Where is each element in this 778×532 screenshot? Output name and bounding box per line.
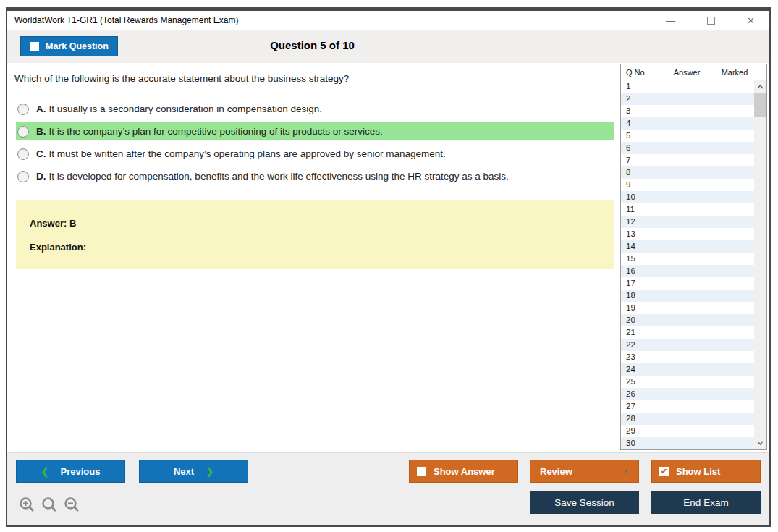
radio-button-icon[interactable] <box>17 171 29 182</box>
scroll-down-icon[interactable] <box>754 436 766 449</box>
zoom-controls <box>19 497 80 513</box>
window-title: WorldatWork T1-GR1 (Total Rewards Manage… <box>7 15 238 25</box>
show-list-button[interactable]: ✔ Show List <box>651 460 761 483</box>
option-letter: D. <box>36 171 46 182</box>
end-exam-button[interactable]: End Exam <box>651 491 761 514</box>
zoom-out-icon[interactable] <box>64 497 80 513</box>
maximize-icon[interactable] <box>707 17 715 25</box>
review-label: Review <box>540 466 572 477</box>
title-bar: WorldatWork T1-GR1 (Total Rewards Manage… <box>7 11 769 30</box>
option-text: It must be written after the company’s o… <box>49 148 446 159</box>
question-list-row[interactable]: 22 <box>621 339 754 351</box>
app-window: WorldatWork T1-GR1 (Total Rewards Manage… <box>6 7 771 527</box>
previous-label: Previous <box>60 466 100 477</box>
question-list-row[interactable]: 25 <box>621 376 754 388</box>
question-list-row[interactable]: 3 <box>621 105 754 117</box>
toolbar: Mark Question Question 5 of 10 <box>7 30 769 63</box>
answer-value: Answer: B <box>30 218 614 229</box>
radio-button-icon[interactable] <box>17 104 29 115</box>
show-answer-label: Show Answer <box>434 466 495 477</box>
question-list-row[interactable]: 30 <box>621 437 754 449</box>
radio-button-icon[interactable] <box>17 148 29 160</box>
question-list-row[interactable]: 19 <box>621 302 754 314</box>
question-list-row[interactable]: 28 <box>621 413 754 425</box>
option-letter: A. <box>36 104 46 114</box>
header-marked: Marked <box>713 68 766 77</box>
question-list-row[interactable]: 9 <box>621 179 754 191</box>
question-list-row[interactable]: 11 <box>621 203 754 216</box>
question-list-body: 1234567891011121314151617181920212223242… <box>621 80 766 449</box>
save-session-button[interactable]: Save Session <box>530 491 639 514</box>
answer-panel: Answer: B Explanation: <box>16 200 614 269</box>
question-list-row[interactable]: 18 <box>621 290 754 302</box>
question-list-row[interactable]: 6 <box>621 142 754 154</box>
question-list-row[interactable]: 7 <box>621 154 754 166</box>
option-row-a[interactable]: A.It usually is a secondary consideratio… <box>16 100 614 118</box>
question-list-rows: 1234567891011121314151617181920212223242… <box>621 80 754 449</box>
option-text: It is the company’s plan for competitive… <box>49 126 383 137</box>
header-qno: Q No. <box>621 68 661 77</box>
question-list-row[interactable]: 16 <box>621 265 754 277</box>
options-list: A.It usually is a secondary consideratio… <box>16 100 614 190</box>
question-list-row[interactable]: 23 <box>621 351 754 363</box>
question-list-panel: Q No. Answer Marked 12345678910111213141… <box>620 64 767 450</box>
next-button[interactable]: Next ❯ <box>139 460 248 483</box>
question-text: Which of the following is the accurate s… <box>14 73 349 84</box>
previous-button[interactable]: ❮ Previous <box>16 460 125 483</box>
question-list-row[interactable]: 14 <box>621 240 754 253</box>
minimize-icon[interactable]: — <box>666 15 675 26</box>
check-icon: ✔ <box>661 468 667 476</box>
zoom-in-icon[interactable] <box>19 497 35 513</box>
question-list-row[interactable]: 4 <box>621 117 754 130</box>
question-list-row[interactable]: 17 <box>621 277 754 290</box>
header-answer: Answer <box>661 68 713 77</box>
question-list-row[interactable]: 15 <box>621 253 754 265</box>
question-list-row[interactable]: 27 <box>621 400 754 413</box>
show-answer-button[interactable]: Show Answer <box>409 460 518 483</box>
show-list-checkbox[interactable]: ✔ <box>659 467 669 476</box>
option-row-c[interactable]: C.It must be written after the company’s… <box>16 145 614 163</box>
option-letter: C. <box>36 148 46 159</box>
zoom-reset-icon[interactable] <box>41 497 58 513</box>
option-letter: B. <box>36 126 46 137</box>
review-dropdown-button[interactable]: Review ▲ <box>530 460 639 483</box>
chevron-right-icon: ❯ <box>206 466 213 477</box>
option-text: It usually is a secondary consideration … <box>49 104 322 114</box>
window-controls: — ✕ <box>666 15 769 26</box>
question-list-row[interactable]: 10 <box>621 191 754 203</box>
radio-button-icon[interactable] <box>17 126 29 138</box>
option-text: It is developed for compensation, benefi… <box>49 171 509 182</box>
question-list-row[interactable]: 26 <box>621 388 754 400</box>
caret-up-icon: ▲ <box>622 468 629 475</box>
scroll-up-icon[interactable] <box>754 80 766 93</box>
question-list-row[interactable]: 12 <box>621 216 754 228</box>
question-list-row[interactable]: 13 <box>621 228 754 240</box>
scrollbar-thumb[interactable] <box>754 93 766 117</box>
option-row-d[interactable]: D.It is developed for compensation, bene… <box>16 167 614 185</box>
footer-bar: ❮ Previous Next ❯ Show Answer Review ▲ ✔… <box>7 452 769 525</box>
next-label: Next <box>174 466 194 477</box>
show-answer-checkbox[interactable] <box>417 467 426 476</box>
save-session-label: Save Session <box>554 497 614 508</box>
end-exam-label: End Exam <box>683 497 728 508</box>
chevron-left-icon: ❮ <box>41 466 49 477</box>
question-list-row[interactable]: 8 <box>621 166 754 179</box>
option-row-b[interactable]: B.It is the company’s plan for competiti… <box>16 122 614 140</box>
question-list-row[interactable]: 29 <box>621 425 754 437</box>
question-list-header: Q No. Answer Marked <box>621 64 766 80</box>
show-list-label: Show List <box>676 466 720 477</box>
question-list-row[interactable]: 5 <box>621 130 754 142</box>
question-counter: Question 5 of 10 <box>7 39 617 51</box>
question-list-row[interactable]: 20 <box>621 314 754 326</box>
explanation-label: Explanation: <box>30 242 614 253</box>
question-list-row[interactable]: 24 <box>621 363 754 376</box>
close-icon[interactable]: ✕ <box>747 15 755 26</box>
question-list-scrollbar[interactable] <box>754 80 766 449</box>
question-list-row[interactable]: 21 <box>621 326 754 339</box>
question-list-row[interactable]: 2 <box>621 93 754 105</box>
question-list-row[interactable]: 1 <box>621 80 754 93</box>
